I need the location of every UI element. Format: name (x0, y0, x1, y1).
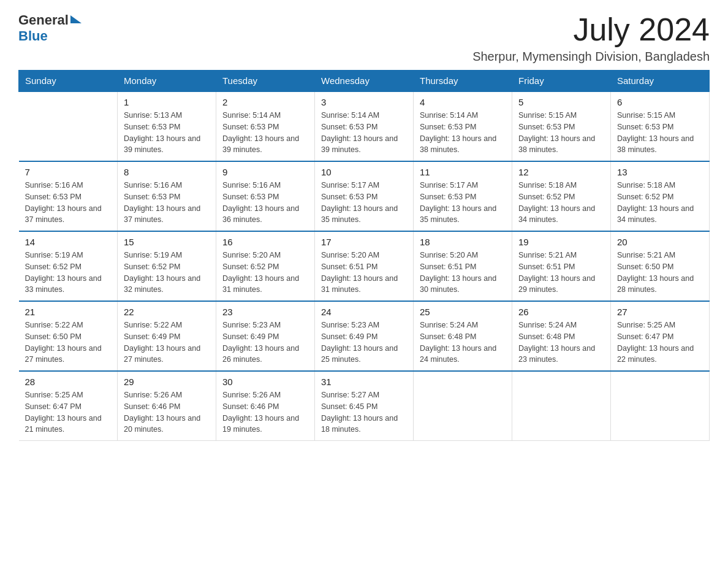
empty-cell (19, 91, 118, 161)
day-number: 14 (25, 237, 112, 247)
day-info: Sunrise: 5:19 AMSunset: 6:52 PMDaylight:… (25, 250, 112, 296)
day-info: Sunrise: 5:23 AMSunset: 6:49 PMDaylight:… (321, 320, 407, 366)
day-info: Sunrise: 5:18 AMSunset: 6:52 PMDaylight:… (518, 180, 604, 226)
calendar-day-22: 22Sunrise: 5:22 AMSunset: 6:49 PMDayligh… (118, 301, 216, 371)
day-number: 31 (321, 377, 407, 387)
calendar-day-30: 30Sunrise: 5:26 AMSunset: 6:46 PMDayligh… (216, 371, 315, 441)
day-number: 30 (222, 377, 308, 387)
day-info: Sunrise: 5:21 AMSunset: 6:51 PMDaylight:… (518, 250, 604, 296)
col-header-tuesday: Tuesday (216, 71, 315, 92)
day-info: Sunrise: 5:16 AMSunset: 6:53 PMDaylight:… (124, 180, 210, 226)
calendar-day-1: 1Sunrise: 5:13 AMSunset: 6:53 PMDaylight… (118, 91, 216, 161)
calendar-day-11: 11Sunrise: 5:17 AMSunset: 6:53 PMDayligh… (414, 161, 512, 231)
day-info: Sunrise: 5:22 AMSunset: 6:49 PMDaylight:… (124, 320, 210, 366)
day-number: 23 (222, 307, 308, 317)
col-header-thursday: Thursday (414, 71, 512, 92)
day-info: Sunrise: 5:16 AMSunset: 6:53 PMDaylight:… (25, 180, 112, 226)
calendar-week-5: 28Sunrise: 5:25 AMSunset: 6:47 PMDayligh… (19, 371, 710, 441)
logo: General Blue (18, 12, 82, 44)
logo-arrow-icon (70, 15, 82, 23)
calendar-day-8: 8Sunrise: 5:16 AMSunset: 6:53 PMDaylight… (118, 161, 216, 231)
day-number: 17 (321, 237, 407, 247)
col-header-saturday: Saturday (611, 71, 710, 92)
col-header-friday: Friday (512, 71, 611, 92)
calendar-week-1: 1Sunrise: 5:13 AMSunset: 6:53 PMDaylight… (19, 91, 710, 161)
calendar-day-27: 27Sunrise: 5:25 AMSunset: 6:47 PMDayligh… (611, 301, 710, 371)
day-number: 22 (124, 307, 210, 317)
calendar-day-10: 10Sunrise: 5:17 AMSunset: 6:53 PMDayligh… (315, 161, 414, 231)
day-number: 7 (25, 167, 112, 177)
calendar-day-13: 13Sunrise: 5:18 AMSunset: 6:52 PMDayligh… (611, 161, 710, 231)
calendar-day-9: 9Sunrise: 5:16 AMSunset: 6:53 PMDaylight… (216, 161, 315, 231)
day-info: Sunrise: 5:22 AMSunset: 6:50 PMDaylight:… (25, 320, 112, 366)
calendar-day-29: 29Sunrise: 5:26 AMSunset: 6:46 PMDayligh… (118, 371, 216, 441)
day-number: 15 (124, 237, 210, 247)
day-info: Sunrise: 5:14 AMSunset: 6:53 PMDaylight:… (321, 110, 407, 156)
calendar-day-7: 7Sunrise: 5:16 AMSunset: 6:53 PMDaylight… (19, 161, 118, 231)
day-number: 20 (617, 237, 703, 247)
day-number: 1 (124, 97, 210, 107)
day-number: 6 (617, 97, 703, 107)
day-info: Sunrise: 5:17 AMSunset: 6:53 PMDaylight:… (321, 180, 407, 226)
day-info: Sunrise: 5:21 AMSunset: 6:50 PMDaylight:… (617, 250, 703, 296)
day-number: 8 (124, 167, 210, 177)
calendar-day-20: 20Sunrise: 5:21 AMSunset: 6:50 PMDayligh… (611, 231, 710, 301)
day-number: 16 (222, 237, 308, 247)
calendar-day-5: 5Sunrise: 5:15 AMSunset: 6:53 PMDaylight… (512, 91, 611, 161)
month-year-title: July 2024 (472, 12, 710, 47)
calendar-day-26: 26Sunrise: 5:24 AMSunset: 6:48 PMDayligh… (512, 301, 611, 371)
day-number: 9 (222, 167, 308, 177)
page-header: General Blue July 2024 Sherpur, Mymensin… (18, 12, 710, 64)
day-info: Sunrise: 5:16 AMSunset: 6:53 PMDaylight:… (222, 180, 308, 226)
calendar-day-4: 4Sunrise: 5:14 AMSunset: 6:53 PMDaylight… (414, 91, 512, 161)
calendar-day-2: 2Sunrise: 5:14 AMSunset: 6:53 PMDaylight… (216, 91, 315, 161)
empty-cell (512, 371, 611, 441)
calendar-day-12: 12Sunrise: 5:18 AMSunset: 6:52 PMDayligh… (512, 161, 611, 231)
day-info: Sunrise: 5:27 AMSunset: 6:45 PMDaylight:… (321, 389, 407, 435)
day-info: Sunrise: 5:26 AMSunset: 6:46 PMDaylight:… (222, 389, 308, 435)
day-number: 12 (518, 167, 604, 177)
calendar-day-24: 24Sunrise: 5:23 AMSunset: 6:49 PMDayligh… (315, 301, 414, 371)
day-info: Sunrise: 5:20 AMSunset: 6:51 PMDaylight:… (321, 250, 407, 296)
location-subtitle: Sherpur, Mymensingh Division, Bangladesh (472, 50, 710, 64)
day-number: 11 (420, 167, 506, 177)
calendar-week-2: 7Sunrise: 5:16 AMSunset: 6:53 PMDaylight… (19, 161, 710, 231)
day-number: 27 (617, 307, 703, 317)
day-info: Sunrise: 5:25 AMSunset: 6:47 PMDaylight:… (617, 320, 703, 366)
calendar-day-25: 25Sunrise: 5:24 AMSunset: 6:48 PMDayligh… (414, 301, 512, 371)
calendar-table: SundayMondayTuesdayWednesdayThursdayFrid… (18, 70, 710, 441)
day-number: 18 (420, 237, 506, 247)
calendar-week-4: 21Sunrise: 5:22 AMSunset: 6:50 PMDayligh… (19, 301, 710, 371)
day-info: Sunrise: 5:23 AMSunset: 6:49 PMDaylight:… (222, 320, 308, 366)
day-info: Sunrise: 5:13 AMSunset: 6:53 PMDaylight:… (124, 110, 210, 156)
calendar-day-28: 28Sunrise: 5:25 AMSunset: 6:47 PMDayligh… (19, 371, 118, 441)
day-info: Sunrise: 5:19 AMSunset: 6:52 PMDaylight:… (124, 250, 210, 296)
empty-cell (414, 371, 512, 441)
day-number: 13 (617, 167, 703, 177)
calendar-day-14: 14Sunrise: 5:19 AMSunset: 6:52 PMDayligh… (19, 231, 118, 301)
day-info: Sunrise: 5:15 AMSunset: 6:53 PMDaylight:… (518, 110, 604, 156)
day-info: Sunrise: 5:24 AMSunset: 6:48 PMDaylight:… (420, 320, 506, 366)
day-info: Sunrise: 5:25 AMSunset: 6:47 PMDaylight:… (25, 389, 112, 435)
calendar-day-21: 21Sunrise: 5:22 AMSunset: 6:50 PMDayligh… (19, 301, 118, 371)
day-number: 28 (25, 377, 112, 387)
calendar-day-16: 16Sunrise: 5:20 AMSunset: 6:52 PMDayligh… (216, 231, 315, 301)
col-header-monday: Monday (118, 71, 216, 92)
day-info: Sunrise: 5:17 AMSunset: 6:53 PMDaylight:… (420, 180, 506, 226)
calendar-day-15: 15Sunrise: 5:19 AMSunset: 6:52 PMDayligh… (118, 231, 216, 301)
calendar-day-3: 3Sunrise: 5:14 AMSunset: 6:53 PMDaylight… (315, 91, 414, 161)
day-number: 4 (420, 97, 506, 107)
day-number: 19 (518, 237, 604, 247)
day-info: Sunrise: 5:14 AMSunset: 6:53 PMDaylight:… (420, 110, 506, 156)
calendar-day-19: 19Sunrise: 5:21 AMSunset: 6:51 PMDayligh… (512, 231, 611, 301)
day-info: Sunrise: 5:18 AMSunset: 6:52 PMDaylight:… (617, 180, 703, 226)
day-info: Sunrise: 5:24 AMSunset: 6:48 PMDaylight:… (518, 320, 604, 366)
calendar-day-18: 18Sunrise: 5:20 AMSunset: 6:51 PMDayligh… (414, 231, 512, 301)
calendar-header-row: SundayMondayTuesdayWednesdayThursdayFrid… (19, 71, 710, 92)
day-number: 21 (25, 307, 112, 317)
day-number: 29 (124, 377, 210, 387)
title-block: July 2024 Sherpur, Mymensingh Division, … (472, 12, 710, 64)
day-number: 3 (321, 97, 407, 107)
day-number: 2 (222, 97, 308, 107)
logo-general-text: General (18, 12, 69, 28)
